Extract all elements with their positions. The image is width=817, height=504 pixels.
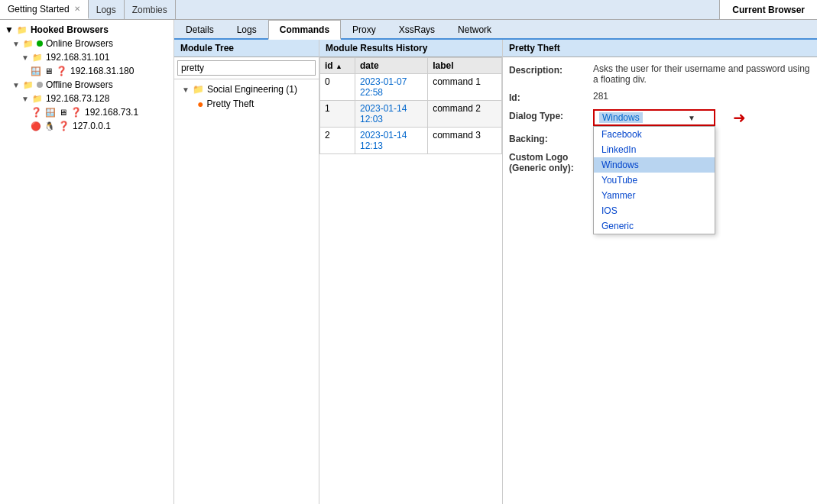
tab-xssrays[interactable]: XssRays — [387, 20, 446, 38]
option-youtube[interactable]: YouTube — [594, 173, 715, 188]
ip-192-168-73-128-label: 192.168.73.128 — [46, 93, 109, 104]
win-icon: 🪟 — [45, 108, 56, 118]
col-label[interactable]: label — [428, 58, 502, 74]
cell-label: command 3 — [428, 128, 502, 154]
cell-id: 1 — [320, 101, 355, 128]
module-tree-header: Module Tree — [174, 40, 319, 57]
current-browser-label: Current Browser — [732, 5, 805, 15]
main-layout: ▼ 📁 Hooked Browsers ▼ 📁 Online Browsers … — [0, 20, 817, 504]
option-windows[interactable]: Windows — [594, 157, 715, 173]
offline-browsers-item[interactable]: ▼ 📁 Offline Browsers — [0, 78, 173, 92]
module-results-title: Module Results History — [326, 43, 427, 53]
tab-logs[interactable]: Logs — [89, 0, 125, 19]
tab-details[interactable]: Details — [174, 20, 225, 38]
win-icon: 🪟 — [31, 66, 41, 76]
ip-127-0-0-1-item[interactable]: 🔴 🐧 ❓ 127.0.0.1 — [0, 119, 173, 133]
folder-icon: 📁 — [32, 53, 43, 63]
tab-commands-label: Commands — [280, 24, 329, 35]
tab-details-label: Details — [186, 24, 214, 35]
sort-asc-icon: ▲ — [336, 63, 342, 70]
circle-icon: 🔴 — [31, 121, 41, 131]
dialog-type-select-wrapper: Windows ▼ Facebook LinkedIn Windows YouT… — [593, 109, 715, 126]
dialog-type-value: Windows ▼ Facebook LinkedIn Windows YouT… — [593, 109, 811, 126]
col-id-label: id — [325, 60, 333, 71]
table-row[interactable]: 02023-01-07 22:58command 1 — [320, 74, 502, 101]
tree-item-social-engineering[interactable]: ▼ 📁 Social Engineering (1) — [174, 82, 319, 96]
tab-commands[interactable]: Commands — [268, 20, 341, 40]
tab-zombies-label: Zombies — [132, 5, 167, 15]
online-browsers-item[interactable]: ▼ 📁 Online Browsers — [0, 37, 173, 50]
ip-192-168-31-180-item[interactable]: 🪟 🖥 ❓ 192.168.31.180 — [0, 64, 173, 78]
hooked-browsers-label: Hooked Browsers — [31, 24, 109, 35]
linux-icon: 🐧 — [44, 121, 55, 131]
folder-offline-icon: 📁 — [23, 80, 34, 90]
ip-127-0-0-1-label: 127.0.0.1 — [73, 121, 111, 131]
tab-zombies[interactable]: Zombies — [125, 0, 176, 19]
left-panel: ▼ 📁 Hooked Browsers ▼ 📁 Online Browsers … — [0, 20, 174, 504]
right-section: Details Logs Commands Proxy XssRays Netw… — [174, 20, 817, 504]
online-browsers-label: Online Browsers — [46, 38, 113, 49]
offline-browsers-label: Offline Browsers — [46, 79, 113, 90]
id-value: 281 — [593, 91, 811, 102]
online-dot-icon — [37, 40, 43, 47]
field-id: Id: 281 — [509, 91, 811, 103]
tab-proxy[interactable]: Proxy — [341, 20, 387, 38]
os-icon: 🖥 — [44, 66, 53, 76]
col-date[interactable]: date — [355, 58, 427, 74]
tab-network[interactable]: Network — [446, 20, 503, 38]
col-date-label: date — [360, 60, 379, 71]
description-value: Asks the user for their username and pas… — [593, 63, 811, 85]
tab-network-label: Network — [458, 24, 491, 35]
pretty-theft-header: Pretty Theft — [503, 40, 817, 57]
option-ios[interactable]: IOS — [594, 203, 715, 218]
chevron-down-icon: ▼ — [688, 114, 695, 122]
cell-id: 2 — [320, 128, 355, 154]
custom-logo-label: Custom Logo (Generic only): — [509, 150, 593, 173]
table-row[interactable]: 22023-01-14 12:13command 3 — [320, 128, 502, 154]
ip-192-168-73-1-item[interactable]: ❓ 🪟 🖥 ❓ 192.168.73.1 — [0, 105, 173, 119]
expand-arrow-icon: ▼ — [21, 53, 29, 62]
option-linkedin[interactable]: LinkedIn — [594, 142, 715, 157]
col-label-label: label — [433, 60, 453, 71]
ip-192-168-73-128-item[interactable]: ▼ 📁 192.168.73.128 — [0, 92, 173, 105]
ip-192-168-31-101-item[interactable]: ▼ 📁 192.168.31.101 — [0, 50, 173, 64]
option-yammer[interactable]: Yammer — [594, 188, 715, 203]
tab-current-browser[interactable]: Current Browser — [719, 0, 817, 19]
question-icon: ❓ — [31, 107, 42, 118]
folder-icon: 📁 — [32, 94, 43, 104]
description-label: Description: — [509, 63, 593, 76]
option-facebook[interactable]: Facebook — [594, 127, 715, 142]
module-results-body: id ▲ date label — [319, 57, 502, 504]
tree-social-engineering-label: Social Engineering (1) — [207, 84, 297, 95]
module-results-panel: Module Results History id ▲ date — [319, 40, 503, 504]
tab-getting-started[interactable]: Getting Started ✕ — [0, 0, 89, 19]
col-id[interactable]: id ▲ — [320, 58, 355, 74]
module-search-input[interactable] — [177, 60, 316, 76]
module-tree-title: Module Tree — [180, 43, 234, 53]
tab-logs-label: Logs — [237, 24, 257, 35]
tab-spacer — [176, 0, 720, 19]
results-table: id ▲ date label — [319, 57, 502, 154]
field-dialog-type: Dialog Type: Windows ▼ Facebook LinkedIn… — [509, 109, 811, 126]
red-arrow-icon: ➜ — [733, 108, 746, 127]
field-description: Description: Asks the user for their use… — [509, 63, 811, 85]
ip-192-168-73-1-label: 192.168.73.1 — [85, 107, 138, 118]
tab-xssrays-label: XssRays — [399, 24, 435, 35]
close-getting-started-icon[interactable]: ✕ — [74, 5, 80, 13]
dialog-type-label: Dialog Type: — [509, 109, 593, 121]
option-generic[interactable]: Generic — [594, 218, 715, 234]
dialog-type-select[interactable]: Windows ▼ — [593, 109, 715, 126]
question-icon: ❓ — [56, 66, 67, 76]
folder-online-icon: 📁 — [23, 39, 34, 49]
sub-tab-bar: Details Logs Commands Proxy XssRays Netw… — [174, 20, 817, 40]
expand-arrow-icon: ▼ — [21, 95, 29, 103]
cell-date: 2023-01-14 12:03 — [355, 101, 427, 128]
tab-logs[interactable]: Logs — [225, 20, 268, 38]
tree-folder-icon: 📁 — [193, 84, 204, 95]
tree-item-pretty-theft[interactable]: ● Pretty Theft — [174, 96, 319, 111]
module-tree-body: ▼ 📁 Social Engineering (1) ● Pretty Thef… — [174, 79, 319, 504]
table-row[interactable]: 12023-01-14 12:03command 2 — [320, 101, 502, 128]
cell-date: 2023-01-14 12:13 — [355, 128, 427, 154]
tree-bullet-icon: ● — [197, 98, 203, 110]
os-icon: 🖥 — [59, 108, 67, 117]
